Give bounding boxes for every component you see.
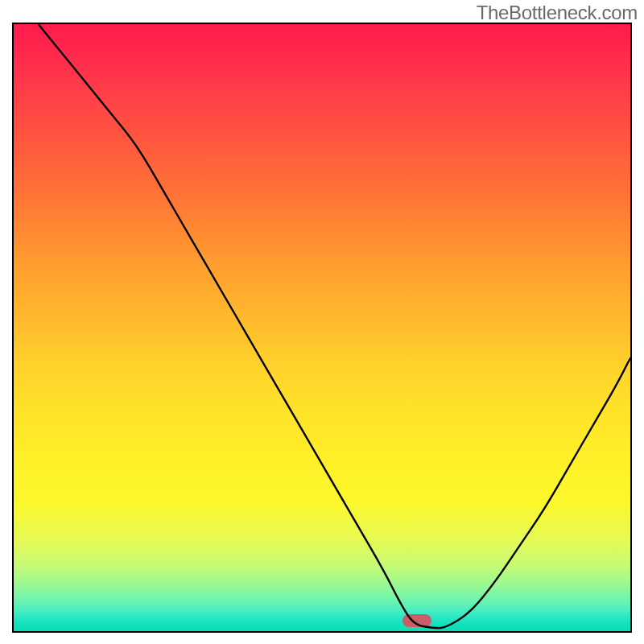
plot-area	[12, 23, 632, 633]
watermark-text: TheBottleneck.com	[477, 2, 638, 24]
chart-stage: TheBottleneck.com	[0, 0, 644, 644]
bottleneck-curve	[14, 24, 630, 631]
